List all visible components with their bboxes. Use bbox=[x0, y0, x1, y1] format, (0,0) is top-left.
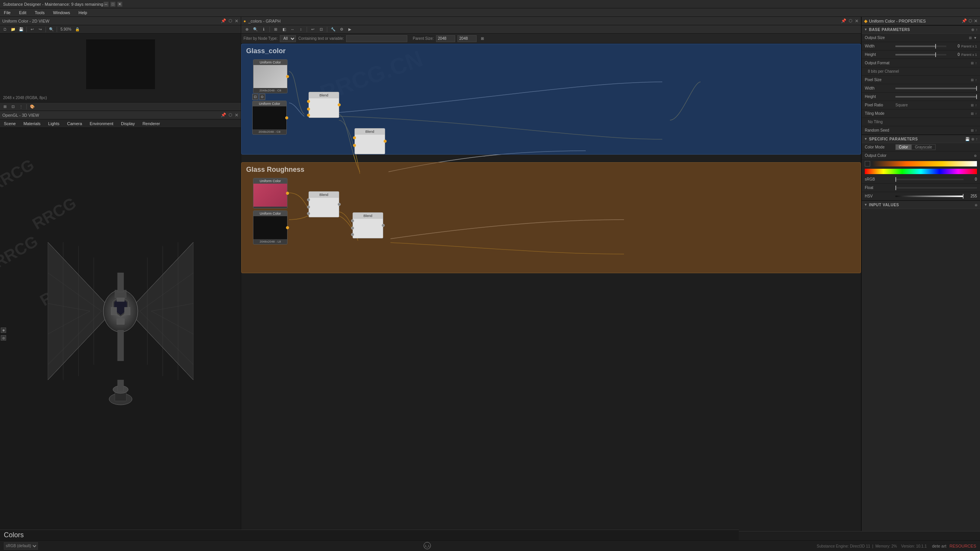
menu-tools[interactable]: Tools bbox=[33, 10, 46, 16]
close-props-panel[interactable]: ✕ bbox=[974, 18, 978, 24]
3d-menu-environment[interactable]: Environment bbox=[88, 121, 115, 127]
pin-graph-icon[interactable]: 📌 bbox=[841, 18, 846, 23]
blend-input-6[interactable] bbox=[307, 198, 310, 201]
view-channels-btn[interactable]: 🎨 bbox=[29, 104, 36, 110]
blend-node-3[interactable]: Blend bbox=[309, 191, 339, 217]
blend-input-9[interactable] bbox=[351, 219, 354, 222]
float-slider[interactable] bbox=[895, 187, 977, 189]
srgb-slider[interactable] bbox=[895, 179, 964, 180]
toolbar-btn-lock[interactable]: 🔒 bbox=[74, 26, 81, 33]
blend-input-11[interactable] bbox=[351, 233, 354, 236]
node-icon-2[interactable]: ⊙ bbox=[259, 94, 265, 100]
side-icon-1[interactable]: ⊕ bbox=[1, 328, 6, 333]
close-2d-panel[interactable]: ✕ bbox=[235, 18, 238, 24]
blend-input-1[interactable] bbox=[307, 100, 310, 103]
blend-output-4[interactable] bbox=[382, 224, 385, 227]
graph-tool-1[interactable]: ⊕ bbox=[243, 26, 250, 33]
float-props-icon[interactable]: ⬡ bbox=[969, 18, 972, 23]
specific-params-header[interactable]: ▼ SPECIFIC PARAMETERS 💾 ⊕ ↑ bbox=[862, 135, 980, 143]
side-icon-2[interactable]: ◎ bbox=[1, 335, 6, 341]
close-3d-panel[interactable]: ✕ bbox=[235, 112, 238, 118]
graph-tool-6[interactable]: ↔ bbox=[289, 26, 296, 33]
base-icon-1[interactable]: ⊕ bbox=[971, 28, 974, 32]
hsv-slider[interactable] bbox=[895, 196, 964, 197]
seed-menu[interactable]: ↑ bbox=[975, 129, 977, 132]
graph-content[interactable]: RRCG.CN bbox=[241, 44, 861, 540]
toolbar-btn-save[interactable]: 💾 bbox=[18, 26, 24, 33]
height-slider[interactable] bbox=[895, 54, 946, 55]
graph-tool-5[interactable]: ◧ bbox=[281, 26, 287, 33]
seed-link[interactable]: ⊞ bbox=[971, 129, 974, 132]
blend-input-4[interactable] bbox=[353, 136, 356, 139]
color-mode-grayscale-btn[interactable]: Grayscale bbox=[911, 144, 936, 150]
blend-input-5[interactable] bbox=[353, 144, 356, 147]
node-output-dot-1[interactable] bbox=[286, 75, 289, 78]
pixel-height-slider[interactable] bbox=[895, 96, 977, 98]
specific-icon-3[interactable]: ↑ bbox=[976, 137, 978, 141]
iv-icon[interactable]: ⊕ bbox=[975, 203, 978, 207]
filter-type-select[interactable]: All bbox=[280, 35, 296, 42]
graph-tool-7[interactable]: ↕ bbox=[297, 26, 304, 33]
blend-output-2[interactable] bbox=[384, 140, 387, 143]
node-glass-roughness-2[interactable]: Uniform Color 2048x2048 - L8 bbox=[253, 210, 287, 245]
maximize-button[interactable]: □ bbox=[110, 2, 116, 7]
format-menu[interactable]: ↑ bbox=[975, 61, 977, 65]
graph-tool-fit[interactable]: ⊡ bbox=[318, 26, 325, 33]
psize-menu[interactable]: ↑ bbox=[975, 78, 977, 82]
3d-menu-display[interactable]: Display bbox=[119, 121, 136, 127]
color-gradient-bar[interactable] bbox=[872, 161, 977, 166]
node-glass-color-1[interactable]: Uniform Color 2048x2048 - C8 bbox=[253, 59, 287, 93]
graph-tool-8[interactable]: ↩ bbox=[309, 26, 316, 33]
color-space-bottom-select[interactable]: sRGB (default) bbox=[4, 542, 38, 550]
3d-menu-camera[interactable]: Camera bbox=[65, 121, 83, 127]
specific-icon-1[interactable]: 💾 bbox=[965, 137, 970, 141]
toolbar-btn-open[interactable]: 📁 bbox=[10, 26, 16, 33]
output-size-link[interactable]: ⊞ bbox=[969, 36, 972, 40]
pixel-width-slider[interactable] bbox=[895, 88, 977, 89]
base-params-header[interactable]: ▼ BASE PARAMETERS ⊕ ↑ bbox=[862, 25, 980, 34]
blend-node-4[interactable]: Blend bbox=[353, 212, 383, 238]
blend-input-8[interactable] bbox=[307, 212, 310, 215]
graph-tool-11[interactable]: ▶ bbox=[346, 26, 353, 33]
node-icon-1[interactable]: ⊡ bbox=[252, 94, 258, 100]
base-icon-2[interactable]: ↑ bbox=[976, 28, 978, 32]
pin-props-icon[interactable]: 📌 bbox=[962, 18, 967, 23]
format-link[interactable]: ⊞ bbox=[971, 61, 974, 65]
blend-node-1[interactable]: Blend bbox=[309, 92, 339, 118]
parent-size-btn[interactable]: ⊞ bbox=[479, 36, 486, 42]
node-output-dot-3[interactable] bbox=[286, 192, 289, 195]
filter-text-input[interactable] bbox=[346, 35, 407, 42]
toolbar-btn-zoom[interactable]: 🔍 bbox=[48, 26, 55, 33]
3d-menu-lights[interactable]: Lights bbox=[47, 121, 61, 127]
graph-tool-10[interactable]: ⚙ bbox=[338, 26, 345, 33]
menu-file[interactable]: File bbox=[2, 10, 12, 16]
parent-size-width[interactable] bbox=[436, 35, 455, 42]
pin-icon[interactable]: 📌 bbox=[221, 18, 226, 23]
pratio-link[interactable]: ⊞ bbox=[971, 103, 974, 107]
graph-tool-9[interactable]: 🔧 bbox=[330, 26, 336, 33]
view-grid-btn[interactable]: ⊞ bbox=[2, 104, 8, 110]
oc-icon[interactable]: ⊕ bbox=[974, 154, 977, 158]
blend-node-2[interactable]: Blend bbox=[354, 128, 385, 154]
pratio-menu[interactable]: ↑ bbox=[975, 103, 977, 107]
graph-tool-4[interactable]: ⊞ bbox=[272, 26, 279, 33]
close-graph-panel[interactable]: ✕ bbox=[855, 18, 859, 24]
menu-windows[interactable]: Windows bbox=[51, 10, 72, 16]
color-mode-color-btn[interactable]: Color bbox=[895, 144, 911, 150]
float-3d-icon[interactable]: ⬡ bbox=[229, 112, 232, 117]
3d-menu-renderer[interactable]: Renderer bbox=[141, 121, 162, 127]
psize-link[interactable]: ⊞ bbox=[971, 78, 974, 82]
view-fit-btn[interactable]: ⊡ bbox=[10, 104, 16, 110]
node-glass-roughness-1[interactable]: Uniform Color bbox=[253, 178, 287, 209]
view-options-btn[interactable]: ⋮ bbox=[18, 104, 24, 110]
color-swatch-black[interactable] bbox=[865, 161, 870, 166]
node-glass-color-2[interactable]: Uniform Color 2048x2048 - C8 bbox=[252, 101, 287, 135]
3d-menu-scene[interactable]: Scene bbox=[2, 121, 17, 127]
view-3d-content[interactable]: RRCG RRCG RRCG RRCG bbox=[0, 128, 241, 540]
float-icon[interactable]: ⬡ bbox=[229, 18, 232, 23]
parent-size-height[interactable] bbox=[457, 35, 477, 42]
3d-menu-materials[interactable]: Materials bbox=[22, 121, 42, 127]
menu-help[interactable]: Help bbox=[77, 10, 89, 16]
node-output-dot-4[interactable] bbox=[286, 226, 289, 229]
input-values-header[interactable]: ▼ INPUT VALUES ⊕ bbox=[862, 201, 980, 209]
